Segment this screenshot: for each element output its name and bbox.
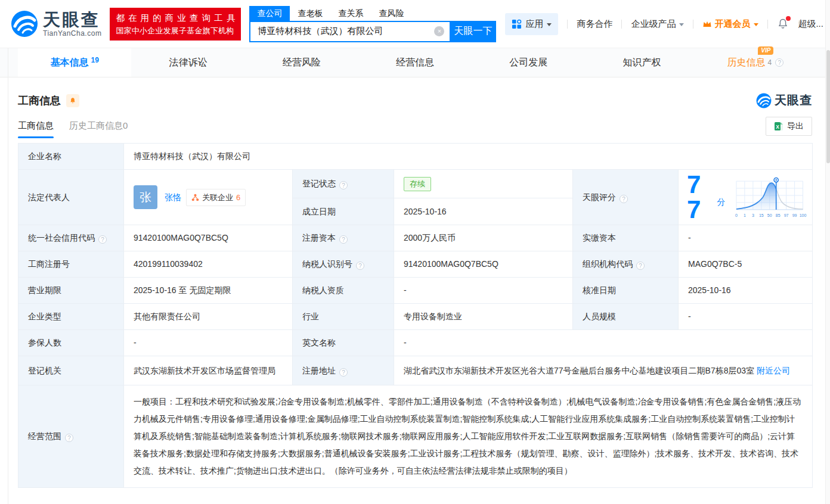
scrollbar-thumb[interactable] (826, 50, 830, 163)
industry-label: 行业 (302, 312, 319, 321)
search-submit-button[interactable]: 天眼一下 (450, 21, 496, 42)
svg-text:85: 85 (775, 213, 780, 217)
subtab-history-business-info[interactable]: 历史工商信息0 (69, 120, 128, 138)
tab-company-development[interactable]: 公司发展 (472, 48, 585, 77)
open-vip-menu[interactable]: 开通会员 (702, 18, 758, 30)
help-icon[interactable]: ? (65, 434, 73, 442)
status-badge: 存续 (404, 177, 431, 191)
insured-count-label: 参保人数 (28, 338, 61, 347)
reg-authority-value: 武汉东湖新技术开发区市场监督管理局 (134, 366, 275, 375)
org-code-value-cell: MAG0Q7BC-5 (679, 251, 813, 278)
score-unit: 分 (717, 196, 726, 209)
help-icon[interactable]: ? (775, 58, 783, 67)
taxpayer-id-value: 91420100MAG0Q7BC5Q (404, 259, 498, 269)
help-icon[interactable]: ? (636, 262, 645, 270)
score-label-cell: 天眼评分? (573, 170, 679, 225)
logo-text: 天眼查 TianYanCha.com (43, 11, 101, 38)
business-info-table: 企业名称 博亚特材科技（武汉）有限公司 法定代表人 张 张恪 (18, 143, 813, 488)
tianyancha-logo-icon (11, 10, 38, 38)
table-row: 经营范围? 一般项目：工程和技术研究和试验发展;冶金专用设备制造;机械零件、零部… (18, 385, 813, 488)
svg-text:0: 0 (735, 213, 738, 217)
apps-menu-label: 应用 (525, 18, 543, 30)
tab-operation-risk[interactable]: 经营风险 (245, 48, 358, 77)
nearby-companies-link[interactable]: 附近公司 (757, 366, 790, 375)
tab-basic-info[interactable]: 基本信息 19 (18, 48, 131, 77)
org-code-label-cell: 组织机构代码? (573, 251, 679, 278)
tab-intellectual-property[interactable]: 知识产权 (585, 48, 698, 77)
tab-operation-info[interactable]: 经营信息 (358, 48, 472, 77)
approval-date-value: 2025-10-16 (688, 285, 731, 295)
credit-code-label: 统一社会信用代码 (28, 233, 95, 242)
promo-banner: 都在用的商业查询工具 国家中小企业发展子基金旗下机构 (110, 8, 241, 41)
menu-divider (567, 20, 568, 29)
tianyancha-watermark: 天眼查 (756, 92, 812, 108)
reg-authority-value-cell: 武汉东湖新技术开发区市场监督管理局 (124, 356, 293, 385)
search-field: × (249, 21, 450, 42)
search-tab-relation[interactable]: 查关系 (330, 6, 371, 21)
reg-address-value-cell: 湖北省武汉市东湖新技术开发区光谷大道77号金融后台服务中心基地建设项目二期B7栋… (394, 356, 813, 385)
score-label: 天眼评分 (583, 192, 616, 202)
search-input[interactable] (250, 22, 450, 41)
enterprise-products-menu[interactable]: 企业级产品 (631, 18, 684, 30)
promo-line-2: 国家中小企业发展子基金旗下机构 (116, 24, 235, 37)
monitor-subscribe-button[interactable] (66, 94, 79, 107)
legal-rep-label-cell: 法定代表人 (18, 170, 124, 225)
score-distribution-chart: 0 1 3 15 50 85 97 99 100 (732, 175, 807, 219)
staff-size-label-cell: 人员规模 (573, 304, 679, 330)
caret-down-icon (679, 23, 684, 26)
tab-history-info[interactable]: 历史信息 VIP 4 ? (699, 48, 812, 77)
related-companies-badge[interactable]: 关联企业 6 (186, 189, 246, 206)
promo-line-1: 都在用的商业查询工具 (116, 11, 235, 24)
help-icon[interactable]: ? (356, 262, 364, 270)
search-tab-risk[interactable]: 查风险 (371, 6, 411, 21)
taxpayer-id-value-cell: 91420100MAG0Q7BC5Q (394, 251, 573, 278)
reg-authority-label: 登记机关 (28, 366, 61, 375)
header-menu: 应用 商务合作 企业级产品 开通会员 (496, 13, 830, 35)
establish-date-value: 2025-10-16 (404, 207, 447, 216)
paid-capital-value-cell: - (679, 225, 813, 251)
related-companies-label: 关联企业 (202, 191, 233, 204)
insured-count-label-cell: 参保人数 (18, 330, 124, 356)
help-icon[interactable]: ? (339, 235, 348, 244)
paid-capital-label-cell: 实缴资本 (573, 225, 679, 251)
taxpayer-quality-label-cell: 纳税人资质 (293, 278, 394, 304)
company-type-label: 企业类型 (28, 312, 61, 321)
vip-badge: VIP (758, 46, 773, 55)
crown-icon (702, 20, 712, 28)
tab-legal-litigation[interactable]: 法律诉讼 (131, 48, 244, 77)
caret-down-icon (547, 23, 552, 26)
business-scope-value: 一般项目：工程和技术研究和试验发展;冶金专用设备制造;机械零件、零部件加工;通用… (134, 397, 801, 475)
staff-size-value: - (688, 312, 691, 321)
paid-capital-value: - (688, 233, 691, 242)
legal-rep-name-link[interactable]: 张恪 (165, 191, 181, 204)
help-icon[interactable]: ? (339, 368, 348, 377)
search-tab-boss[interactable]: 查老板 (290, 6, 330, 21)
help-icon[interactable]: ? (98, 235, 107, 244)
enterprise-products-label: 企业级产品 (631, 18, 676, 30)
reg-address-label: 注册地址 (302, 366, 336, 375)
help-icon[interactable]: ? (339, 181, 348, 189)
tianyancha-logo[interactable]: 天眼查 TianYanCha.com (11, 10, 101, 38)
english-name-value: - (404, 338, 407, 347)
tab-operation-risk-label: 经营风险 (283, 57, 321, 69)
svg-text:97: 97 (783, 213, 788, 217)
subtab-business-info[interactable]: 工商信息 (18, 120, 54, 138)
notifications-button[interactable] (777, 18, 789, 30)
help-icon[interactable]: ? (620, 195, 628, 203)
menu-divider (693, 20, 693, 29)
business-term-value: 2025-10-16 至 无固定期限 (134, 285, 231, 295)
avatar[interactable]: 张 (134, 185, 157, 209)
credit-code-value-cell: 91420100MAG0Q7BC5Q (124, 225, 293, 251)
establish-date-label: 成立日期 (302, 207, 336, 216)
apps-menu[interactable]: 应用 (505, 13, 558, 35)
search-tab-company[interactable]: 查公司 (249, 6, 290, 21)
reg-number-label-cell: 工商注册号 (18, 251, 124, 278)
reg-address-value: 湖北省武汉市东湖新技术开发区光谷大道77号金融后台服务中心基地建设项目二期B7栋… (404, 366, 754, 375)
business-term-label: 营业期限 (28, 285, 61, 295)
export-button[interactable]: X 导出 (766, 117, 812, 136)
business-cooperation-menu[interactable]: 商务合作 (577, 18, 612, 30)
svg-text:15: 15 (758, 213, 763, 217)
tab-history-label-wrap: 历史信息 VIP (727, 57, 765, 69)
business-term-label-cell: 营业期限 (18, 278, 124, 304)
reg-number-label: 工商注册号 (28, 259, 70, 269)
